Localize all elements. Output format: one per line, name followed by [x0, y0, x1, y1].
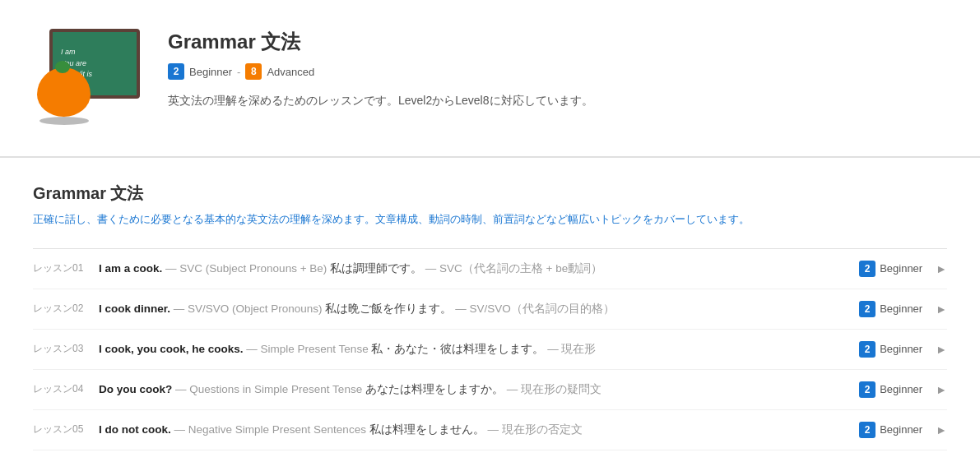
lesson-content: I am a cook. — SVC (Subject Pronouns + B… — [99, 261, 859, 276]
lesson-badge-num: 2 — [859, 261, 875, 277]
lesson-jp-text: 私・あなた・彼は料理をします。 — [371, 343, 544, 355]
lesson-badge-num: 2 — [859, 341, 875, 358]
section-title: Grammar 文法 — [33, 182, 947, 205]
lesson-en-desc: — Negative Simple Present Sentences — [174, 423, 369, 436]
lesson-en-desc: — SV/SVO (Object Pronouns) — [174, 302, 326, 315]
level-badges: 2 Beginner - 8 Advanced — [168, 63, 947, 80]
lesson-number: レッスン03 — [33, 342, 99, 356]
arrow-right-icon[interactable]: ► — [936, 343, 947, 356]
lesson-badge-label: Beginner — [880, 343, 929, 355]
lesson-jp-text: 私は調理師です。 — [330, 262, 422, 275]
lesson-jp-text: 私は料理をしません。 — [369, 423, 485, 436]
course-title: Grammar 文法 — [168, 29, 947, 55]
lesson-jp-text: 私は晩ご飯を作ります。 — [325, 302, 452, 315]
lesson-badge: 2 Beginner — [859, 341, 929, 358]
lesson-content: Do you cook? — Questions in Simple Prese… — [99, 382, 859, 397]
lesson-jp-desc: — 現在形の疑問文 — [507, 383, 601, 395]
advanced-badge-label: Advanced — [267, 66, 314, 78]
lesson-title: I cook, you cook, he cooks. — [99, 343, 244, 355]
lesson-badge: 2 Beginner — [859, 381, 929, 398]
advanced-badge-num: 8 — [245, 63, 262, 80]
lesson-jp-desc: — 現在形の否定文 — [487, 423, 582, 436]
lesson-title: I do not cook. — [99, 423, 171, 436]
course-image: I am You are It/she/it is — [33, 25, 148, 132]
arrow-right-icon[interactable]: ► — [936, 423, 947, 436]
lesson-right: 2 Beginner ► — [859, 422, 947, 438]
lesson-jp-desc: — 現在形 — [547, 343, 596, 355]
lesson-title: I cook dinner. — [99, 302, 170, 315]
lesson-jp-text: あなたは料理をしますか。 — [365, 383, 504, 395]
lesson-right: 2 Beginner ► — [859, 381, 947, 398]
lesson-badge: 2 Beginner — [859, 261, 929, 277]
lesson-number: レッスン02 — [33, 302, 99, 316]
lesson-jp-desc: — SV/SVO（代名詞の目的格） — [455, 302, 615, 315]
pumpkin-shadow — [39, 117, 89, 125]
lesson-badge: 2 Beginner — [859, 422, 929, 438]
lesson-badge-num: 2 — [859, 381, 875, 398]
lesson-badge-label: Beginner — [880, 262, 929, 275]
badge-separator: - — [237, 66, 240, 78]
course-description: 英文法の理解を深めるためのレッスンです。Level2からLevel8に対応してい… — [168, 91, 947, 109]
lesson-badge: 2 Beginner — [859, 301, 929, 317]
lesson-item[interactable]: レッスン05 I do not cook. — Negative Simple … — [33, 410, 947, 450]
lesson-item[interactable]: レッスン04 Do you cook? — Questions in Simpl… — [33, 370, 947, 410]
lesson-item[interactable]: レッスン01 I am a cook. — SVC (Subject Prono… — [33, 249, 947, 289]
lesson-en-desc: — Simple Present Tense — [246, 343, 371, 355]
arrow-right-icon[interactable]: ► — [936, 383, 947, 396]
lesson-en-desc: — Questions in Simple Present Tense — [175, 383, 365, 395]
lesson-title: I am a cook. — [99, 262, 162, 275]
chalkboard-line-1: I am — [61, 47, 76, 58]
lesson-badge-num: 2 — [859, 422, 875, 438]
lesson-right: 2 Beginner ► — [859, 261, 947, 277]
course-info: Grammar 文法 2 Beginner - 8 Advanced 英文法の理… — [168, 25, 947, 109]
lesson-badge-num: 2 — [859, 301, 875, 317]
beginner-badge-label: Beginner — [189, 66, 232, 78]
pumpkin-character — [37, 67, 91, 117]
section-subtitle: 正確に話し、書くために必要となる基本的な英文法の理解を深めます。文章構成、動詞の… — [33, 211, 947, 229]
advanced-badge: 8 Advanced — [245, 63, 314, 80]
arrow-right-icon[interactable]: ► — [936, 262, 947, 275]
main-section: Grammar 文法 正確に話し、書くために必要となる基本的な英文法の理解を深め… — [0, 158, 980, 471]
lesson-badge-label: Beginner — [880, 423, 929, 436]
lesson-number: レッスン04 — [33, 382, 99, 396]
arrow-right-icon[interactable]: ► — [936, 302, 947, 316]
lesson-item[interactable]: レッスン02 I cook dinner. — SV/SVO (Object P… — [33, 289, 947, 330]
lesson-en-desc: — SVC (Subject Pronouns + Be) — [165, 262, 330, 275]
lesson-content: I cook dinner. — SV/SVO (Object Pronouns… — [99, 302, 859, 316]
beginner-badge: 2 Beginner — [168, 63, 232, 80]
lesson-badge-label: Beginner — [880, 383, 929, 395]
header-section: I am You are It/she/it is Grammar 文法 2 B… — [0, 0, 980, 158]
lesson-number: レッスン05 — [33, 423, 99, 436]
lesson-number: レッスン01 — [33, 261, 99, 275]
lesson-content: I do not cook. — Negative Simple Present… — [99, 423, 859, 437]
lesson-title: Do you cook? — [99, 383, 172, 395]
lesson-list: レッスン01 I am a cook. — SVC (Subject Prono… — [33, 248, 947, 450]
lesson-item[interactable]: レッスン03 I cook, you cook, he cooks. — Sim… — [33, 330, 947, 370]
lesson-badge-label: Beginner — [880, 302, 929, 315]
beginner-badge-num: 2 — [168, 63, 184, 80]
lesson-right: 2 Beginner ► — [859, 301, 947, 317]
lesson-content: I cook, you cook, he cooks. — Simple Pre… — [99, 342, 859, 357]
lesson-right: 2 Beginner ► — [859, 341, 947, 358]
lesson-jp-desc: — SVC（代名詞の主格 + be動詞） — [425, 262, 602, 275]
